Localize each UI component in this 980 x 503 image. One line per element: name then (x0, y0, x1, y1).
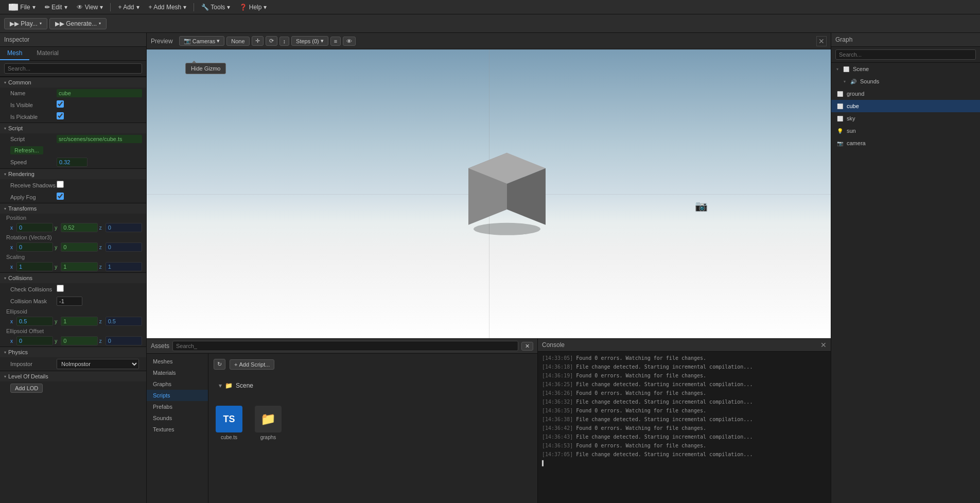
folder-icon: 📁 (225, 382, 233, 389)
play-button[interactable]: ▶ ▶ Play... ▾ (4, 18, 47, 29)
menu-file[interactable]: ⬜ ⬜ File ▾ (4, 3, 40, 12)
pos-z-input[interactable] (106, 223, 142, 232)
sidebar-item-scripts[interactable]: Scripts (147, 390, 208, 401)
grid-button[interactable]: ≡ (330, 37, 341, 46)
rot-z-field: z (99, 242, 142, 252)
add-script-button[interactable]: + Add Script... (230, 359, 274, 370)
graph-search-input[interactable] (835, 49, 976, 60)
console-close-button[interactable]: ✕ (820, 341, 827, 349)
ell-off-y-input[interactable] (61, 336, 97, 345)
section-collisions[interactable]: ▾ Collisions (0, 272, 146, 283)
graph-item-scene[interactable]: ▾⬜Scene (831, 63, 980, 75)
console-cursor-line: ▌ (540, 459, 829, 467)
scene-folder[interactable]: ▾ 📁 Scene (214, 380, 532, 391)
tab-mesh[interactable]: Mesh (0, 47, 29, 60)
check-collisions-checkbox[interactable] (57, 285, 64, 292)
menu-add[interactable]: + Add ▾ (114, 3, 143, 12)
sidebar-item-meshes[interactable]: Meshes (147, 356, 208, 367)
section-transforms[interactable]: ▾ Transforms (0, 203, 146, 214)
none-button[interactable]: None (226, 37, 249, 46)
preview-viewport[interactable]: 📷 (147, 49, 831, 338)
scale-z-input[interactable] (106, 262, 142, 271)
console-panel: Console ✕ [14:33:05] Found 0 errors. Wat… (538, 339, 831, 503)
pos-y-input[interactable] (61, 223, 97, 232)
graph-item-cube[interactable]: ⬜cube (831, 100, 980, 112)
scene-label: Scene (853, 66, 869, 72)
section-common[interactable]: ▾ Common (0, 77, 146, 88)
assets-close-button[interactable]: ✕ (521, 342, 533, 351)
sidebar-item-sounds[interactable]: Sounds (147, 412, 208, 424)
graph-item-sky[interactable]: ⬜sky (831, 112, 980, 125)
move-icon-button[interactable]: ✛ (252, 36, 264, 46)
assets-content: Meshes Materials Graphs Scripts Prefabs … (147, 354, 537, 503)
refresh-scripts-button[interactable]: ↻ (214, 359, 225, 370)
add-lod-button[interactable]: Add LOD (10, 384, 43, 393)
inspector-search-input[interactable] (4, 63, 142, 74)
ellipsoid-offset-label: Ellipsoid Offset (0, 327, 146, 335)
impostor-select[interactable]: NoImpostor (57, 359, 139, 369)
scale-y-field: y (55, 262, 97, 271)
section-lod[interactable]: ▾ Level Of Details (0, 371, 146, 381)
ellipsoid-label: Ellipsoid (0, 307, 146, 316)
ell-x-input[interactable] (16, 317, 53, 326)
sidebar-item-materials[interactable]: Materials (147, 367, 208, 378)
generate-button[interactable]: ▶ ▶ Generate... ▾ (49, 18, 107, 29)
sidebar-item-prefabs[interactable]: Prefabs (147, 401, 208, 412)
asset-cube-ts[interactable]: TS cube.ts (214, 404, 244, 442)
ell-off-z-input[interactable] (106, 336, 142, 345)
tab-material[interactable]: Material (29, 47, 66, 60)
ground-icon: ⬜ (836, 90, 844, 97)
menu-help[interactable]: ❓ Help ▾ (235, 3, 271, 12)
section-rendering[interactable]: ▾ Rendering (0, 168, 146, 179)
graph-item-camera[interactable]: 📷camera (831, 137, 980, 149)
speed-input[interactable] (57, 158, 87, 167)
graph-title: Graph (831, 33, 980, 47)
apply-fog-checkbox[interactable] (57, 193, 64, 200)
steps-button[interactable]: Steps (0) ▾ (291, 36, 328, 46)
cube-3d (458, 137, 561, 242)
graph-item-sounds[interactable]: ▾🔊Sounds (831, 75, 980, 88)
rot-x-input[interactable] (16, 242, 53, 252)
graph-search-container (831, 47, 980, 63)
cameras-button[interactable]: 📷 Cameras ▾ (179, 36, 225, 46)
eye-button[interactable]: 👁 (343, 37, 356, 46)
collision-mask-input[interactable] (57, 297, 82, 306)
script-input[interactable] (57, 135, 142, 143)
menu-add-mesh[interactable]: + Add Mesh ▾ (145, 3, 191, 12)
graph-item-sun[interactable]: 💡sun (831, 125, 980, 137)
name-input[interactable] (57, 89, 142, 97)
is-visible-checkbox[interactable] (57, 100, 64, 108)
sidebar-item-textures[interactable]: Textures (147, 424, 208, 435)
menu-view[interactable]: 👁 View ▾ (73, 3, 108, 12)
console-body[interactable]: [14:33:05] Found 0 errors. Watching for … (538, 352, 831, 503)
refresh-button[interactable]: Refresh... (10, 146, 43, 154)
asset-graphs-folder[interactable]: 📁 graphs (253, 404, 284, 442)
assets-title: Assets (151, 342, 169, 350)
scale-y-input[interactable] (61, 262, 97, 271)
graph-item-ground[interactable]: ⬜ground (831, 88, 980, 100)
rot-y-input[interactable] (61, 242, 97, 252)
assets-search-input[interactable] (172, 341, 518, 351)
ell-z-input[interactable] (106, 317, 142, 326)
scale-x-input[interactable] (16, 262, 53, 271)
section-script[interactable]: ▾ Script (0, 123, 146, 133)
console-line: [14:36:35] Found 0 errors. Watching for … (540, 406, 829, 415)
ell-off-x-input[interactable] (16, 336, 53, 345)
pos-x-input[interactable] (16, 223, 53, 232)
scale-icon-button[interactable]: ↕ (279, 37, 290, 46)
rot-z-input[interactable] (106, 242, 142, 252)
menu-edit[interactable]: ✏ ✏ Edit ▾ (41, 3, 72, 12)
cube-icon: ⬜ (836, 102, 844, 110)
viewport-camera-icon[interactable]: 📷 (695, 200, 708, 212)
receive-shadows-checkbox[interactable] (57, 181, 64, 188)
scene-folder-row: ▾ 📁 Scene (214, 380, 532, 391)
section-physics[interactable]: ▾ Physics (0, 346, 146, 357)
main-area: Inspector Mesh Material ▾ Common Name Is… (0, 33, 980, 503)
is-pickable-checkbox[interactable] (57, 112, 64, 119)
rotate-icon-button[interactable]: ⟳ (266, 36, 277, 46)
rotation-xyz: x y z (0, 241, 146, 253)
sidebar-item-graphs[interactable]: Graphs (147, 378, 208, 390)
ell-y-input[interactable] (61, 317, 97, 326)
preview-close-button[interactable]: ✕ (816, 36, 827, 46)
menu-tools[interactable]: 🔧 Tools ▾ (197, 3, 234, 12)
